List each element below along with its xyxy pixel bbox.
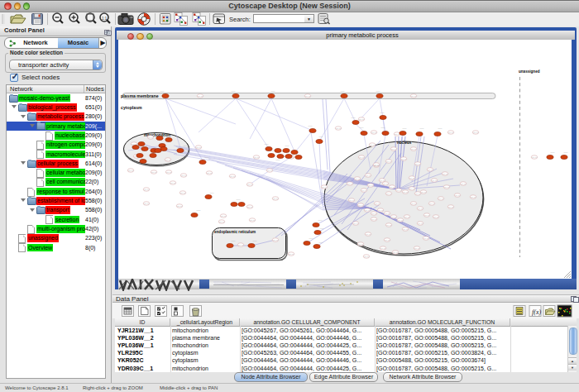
svg-text:xxxx: xxxx [341, 90, 346, 93]
svg-text:xxx xx: xxx xx [429, 203, 435, 205]
svg-text:xxx xx: xxx xx [219, 221, 225, 223]
svg-text:xxx xx: xxx xx [385, 239, 390, 241]
svg-text:xxx xx: xxx xx [221, 215, 227, 218]
svg-text:xxx xx: xxx xx [166, 171, 172, 174]
svg-text:xxx xx: xxx xx [371, 213, 377, 215]
svg-text:xxx xx: xxx xx [386, 193, 392, 195]
svg-text:xxx xx: xxx xx [461, 183, 467, 185]
svg-text:xxx xx: xxx xx [165, 159, 171, 161]
svg-text:xxx xx: xxx xx [411, 203, 417, 205]
svg-text:xxx xx: xxx xx [375, 203, 380, 205]
svg-text:xxxx: xxxx [232, 240, 237, 242]
svg-text:xxxx: xxxx [285, 145, 290, 147]
svg-text:xxx xx: xxx xx [170, 182, 176, 184]
svg-text:xxx xx: xxx xx [144, 189, 150, 191]
svg-text:xxx xx: xxx xx [380, 179, 385, 182]
svg-text:xxxx: xxxx [318, 219, 323, 222]
svg-text:xxx xx: xxx xx [238, 244, 244, 246]
svg-text:xxx xx: xxx xx [423, 237, 429, 240]
svg-text:xxx xx: xxx xx [380, 247, 386, 250]
svg-text:xxx xx: xxx xx [365, 209, 371, 212]
svg-text:xxx xx: xxx xx [386, 224, 392, 227]
svg-text:xxx xx: xxx xx [353, 222, 359, 225]
svg-text:xxx xx: xxx xx [349, 199, 355, 202]
svg-text:xxxx: xxxx [319, 136, 324, 138]
svg-text:xxx xx: xxx xx [347, 183, 353, 185]
svg-text:xxx xx: xxx xx [247, 206, 253, 208]
svg-text:xxx xx: xxx xx [532, 156, 538, 159]
svg-text:xxx xx: xxx xx [359, 118, 365, 121]
svg-text:xxx xx: xxx xx [391, 148, 397, 151]
svg-text:nucleus: nucleus [397, 141, 412, 145]
svg-text:xxx xx: xxx xx [443, 173, 448, 175]
svg-text:xxxx: xxxx [210, 192, 215, 194]
svg-text:xxxx: xxxx [380, 112, 385, 114]
svg-text:xxx xx: xxx xx [448, 131, 454, 134]
svg-text:xxx xx: xxx xx [322, 186, 328, 189]
svg-text:endoplasmic reticulum: endoplasmic reticulum [214, 230, 256, 234]
svg-text:xxx xx: xxx xx [390, 186, 395, 189]
svg-text:xxx xx: xxx xx [366, 174, 371, 177]
svg-text:xxx xx: xxx xx [371, 218, 377, 221]
svg-text:xxx xx: xxx xx [207, 172, 213, 174]
svg-text:xxx xx: xxx xx [386, 160, 392, 163]
svg-text:xxxx: xxxx [319, 241, 324, 244]
svg-text:xxx xx: xxx xx [198, 95, 203, 98]
svg-text:xxxx: xxxx [253, 240, 258, 242]
svg-text:xxx xx: xxx xx [358, 243, 364, 246]
svg-text:f(x): f(x) [532, 308, 541, 316]
svg-text:xxx xx: xxx xx [181, 174, 187, 177]
svg-text:xxx xx: xxx xx [254, 156, 260, 159]
svg-text:xxx xx: xxx xx [403, 191, 409, 194]
svg-text:xxxx: xxxx [438, 127, 443, 130]
svg-text:xxx xx: xxx xx [180, 192, 186, 194]
svg-text:1:1: 1:1 [102, 17, 108, 21]
svg-text:xxx xx: xxx xx [230, 175, 236, 178]
svg-text:xxx xx: xxx xx [403, 228, 409, 231]
svg-text:xxx xx: xxx xx [438, 198, 444, 200]
svg-text:xxx xx: xxx xx [378, 209, 384, 212]
svg-text:xxx xx: xxx xx [151, 171, 157, 174]
svg-text:xxx xx: xxx xx [444, 186, 450, 189]
svg-text:xxxx: xxxx [276, 159, 281, 161]
svg-text:xxxx: xxxx [237, 198, 242, 201]
svg-text:xxx xx: xxx xx [448, 206, 454, 208]
svg-text:xxxx: xxxx [403, 127, 408, 130]
svg-text:xxxx: xxxx [205, 156, 210, 159]
svg-text:xxxx: xxxx [184, 145, 189, 147]
svg-text:xxx xx: xxx xx [385, 213, 390, 215]
svg-text:xxx xx: xxx xx [267, 170, 273, 172]
svg-text:xxx xx: xxx xx [383, 183, 389, 185]
svg-text:xxxx: xxxx [551, 151, 556, 154]
svg-text:xxx xx: xxx xx [433, 216, 439, 218]
svg-text:xxxx: xxxx [271, 90, 276, 93]
svg-text:xxx xx: xxx xx [273, 198, 279, 200]
svg-text:xxxx: xxxx [352, 117, 356, 119]
svg-text:xxx xx: xxx xx [471, 196, 476, 198]
svg-text:xxx xx: xxx xx [415, 163, 421, 165]
svg-text:xxx xx: xxx xx [398, 219, 404, 222]
svg-text:xxx xx: xxx xx [409, 188, 415, 190]
svg-text:xxxx: xxxx [160, 90, 165, 93]
svg-text:xxx xx: xxx xx [370, 144, 376, 146]
svg-text:xxx xx: xxx xx [418, 222, 423, 225]
svg-text:xxxx: xxxx [197, 209, 202, 212]
svg-text:xxx xx: xxx xx [359, 156, 365, 159]
svg-text:xxxx: xxxx [564, 151, 569, 154]
svg-text:xxx xx: xxx xx [401, 158, 407, 160]
svg-text:xxx xx: xxx xx [371, 131, 377, 134]
svg-text:xxxx: xxxx [232, 90, 237, 93]
svg-text:xxx xx: xxx xx [409, 177, 415, 179]
svg-text:xxx xx: xxx xx [418, 208, 423, 210]
svg-text:xxxx: xxxx [381, 127, 386, 129]
svg-text:xxx xx: xxx xx [148, 136, 154, 139]
svg-text:xxx xx: xxx xx [128, 170, 134, 172]
svg-text:xxx xx: xxx xx [366, 233, 371, 236]
svg-text:xxxx: xxxx [265, 143, 270, 146]
svg-text:xxx xx: xxx xx [358, 204, 364, 207]
svg-text:xxxx: xxxx [309, 237, 314, 240]
svg-text:xxx xx: xxx xx [336, 127, 342, 130]
svg-text:xxx xx: xxx xx [396, 189, 402, 192]
svg-text:xxx xx: xxx xx [144, 203, 150, 205]
svg-text:cytoplasm: cytoplasm [121, 105, 142, 110]
